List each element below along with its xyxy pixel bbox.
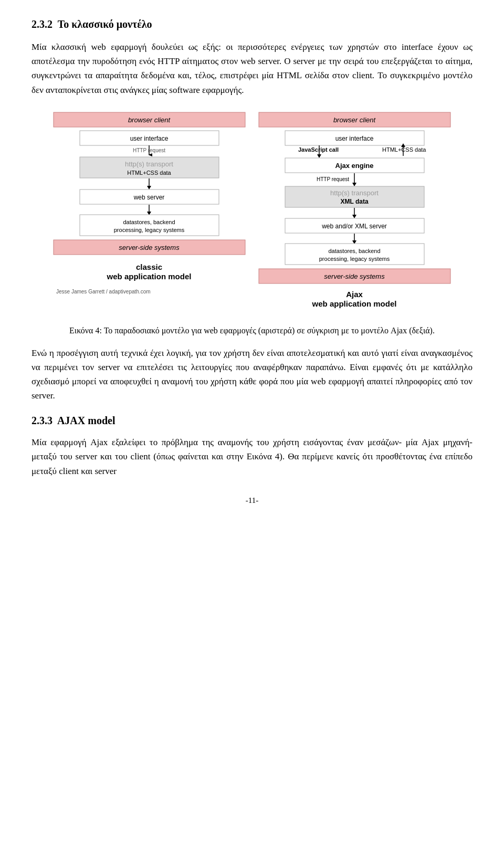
svg-text:user interface: user interface	[130, 135, 169, 142]
svg-text:classic: classic	[136, 262, 162, 271]
svg-text:Ajax engine: Ajax engine	[335, 162, 374, 170]
svg-text:HTTP request: HTTP request	[317, 176, 349, 182]
svg-text:processing, legacy systems: processing, legacy systems	[114, 227, 185, 233]
svg-text:browser client: browser client	[333, 116, 376, 124]
svg-text:web and/or XML server: web and/or XML server	[321, 223, 387, 230]
svg-text:JavaScript call: JavaScript call	[298, 146, 339, 153]
svg-text:Ajax: Ajax	[346, 290, 363, 299]
svg-text:processing, legacy systems: processing, legacy systems	[319, 256, 390, 262]
svg-text:Jesse James Garrett / adaptive: Jesse James Garrett / adaptivepath.com	[56, 289, 151, 294]
section-title: 2.3.2 Το κλασσικό μοντέλο	[32, 16, 472, 33]
classic-diagram: browser client user interface HTTP reque…	[51, 110, 248, 319]
svg-marker-10	[147, 186, 151, 190]
svg-marker-31	[317, 154, 321, 158]
svg-marker-43	[352, 215, 356, 218]
svg-text:web application model: web application model	[312, 299, 397, 308]
svg-text:browser client: browser client	[128, 116, 171, 124]
page-number: -11-	[32, 494, 472, 507]
svg-text:http(s) transport: http(s) transport	[125, 160, 173, 168]
body-paragraph-3: Μία εφαρμογή Ajax εξαλείφει το πρόβλημα …	[32, 435, 472, 478]
svg-text:web server: web server	[133, 194, 165, 201]
ajax-diagram: browser client user interface JavaScript…	[256, 110, 453, 319]
svg-text:HTML+CSS data: HTML+CSS data	[382, 146, 426, 153]
svg-text:user interface: user interface	[335, 135, 374, 142]
body-paragraph-2: Ενώ η προσέγγιση αυτή τεχνικά έχει λογικ…	[32, 346, 472, 403]
svg-text:server-side systems: server-side systems	[324, 272, 385, 280]
svg-text:server-side systems: server-side systems	[119, 244, 180, 251]
body-paragraph-1: Μία κλασσική web εφαρμογή δουλεύει ως εξ…	[32, 40, 472, 97]
svg-text:HTTP request: HTTP request	[133, 148, 165, 153]
figure-caption: Εικόνα 4: Το παραδοσιακό μοντέλο για web…	[32, 324, 472, 338]
svg-marker-38	[352, 183, 356, 186]
classic-diagram-svg: browser client user interface HTTP reque…	[51, 110, 248, 314]
ajax-diagram-svg: browser client user interface JavaScript…	[256, 110, 453, 314]
svg-text:web application model: web application model	[107, 272, 192, 281]
svg-text:datastores, backend: datastores, backend	[123, 219, 175, 225]
svg-text:XML data: XML data	[340, 198, 368, 205]
subsection-title: 2.3.3 AJAX model	[32, 412, 472, 429]
svg-text:HTML+CSS data: HTML+CSS data	[127, 170, 171, 176]
svg-text:datastores, backend: datastores, backend	[328, 248, 380, 254]
svg-text:http(s) transport: http(s) transport	[330, 189, 379, 197]
diagrams-container: browser client user interface HTTP reque…	[32, 110, 472, 319]
